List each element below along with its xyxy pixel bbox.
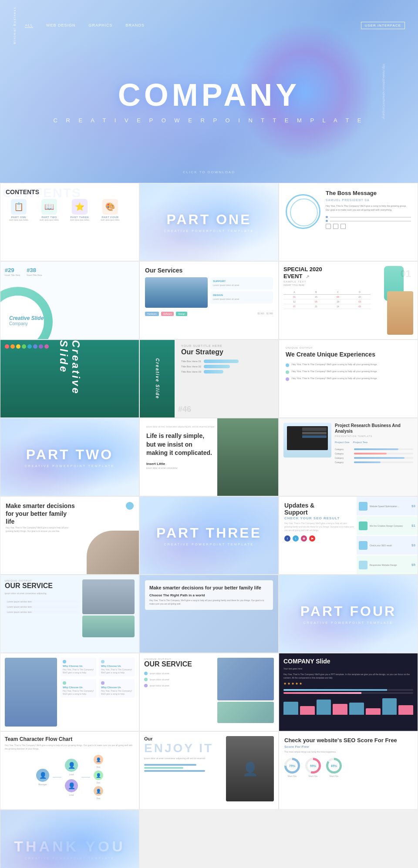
service-label-2: DESIGN [213, 294, 270, 296]
enjoy-main-title: ENJOY IT [144, 741, 222, 755]
slide-project-research: Project Research Business And Analysis P… [279, 418, 418, 496]
why-text-1: Hey Yow, That Is The Company! We'll give… [63, 668, 94, 674]
laptop-bar-1 [302, 427, 327, 431]
slide-part-four: PART FOUR CREATIVE POWERPOINT TEMPLATE [279, 575, 418, 653]
strategy-title: Our Strategy [181, 348, 274, 356]
creative-numbers: #29 Insert Title Here #38 Insert Title H… [5, 266, 42, 276]
team-avatar-4: 👤 [94, 755, 103, 764]
bar-track-3 [354, 457, 413, 459]
seo-progress: 75% Main File 55% Main File 85% [284, 758, 412, 777]
service-num-1: $3 [411, 504, 415, 508]
team-connector-1 [53, 777, 61, 777]
boss-avatar-circle [286, 194, 320, 229]
our-service-bl-image [217, 658, 274, 723]
chart-bar-5 [349, 703, 364, 715]
bar-track-2 [354, 453, 413, 454]
strategy-bar-1 [204, 360, 239, 363]
event-col-1: A [283, 291, 305, 293]
team-node-label-6: Dev [97, 797, 101, 800]
enjoy-left: Our ENJOY IT ipsum dolor sit amet consec… [144, 736, 222, 805]
life-quote: Life is really simple, but we insist on … [146, 432, 215, 458]
star-2: ★ [287, 682, 290, 686]
bar-fill-2 [354, 453, 387, 454]
part3-desc: eum ipsa qua nobis [70, 219, 89, 222]
num2-value: #38 [27, 267, 36, 273]
slide-unique-experiences: UNIQUE OUTPUT We Create Unique Experienc… [279, 340, 418, 418]
part-three-title: PART THREE [156, 525, 262, 541]
strategy-side-bar: Creative Slide [140, 340, 175, 417]
strategy-item-2: Title Box Here 02 [181, 365, 274, 368]
creative-company: Company [9, 321, 44, 326]
our-service-bl-items: ipsum dolor sit amet ipsum dolor sit ame… [144, 672, 214, 687]
strategy-bar-2 [204, 365, 230, 368]
our-service-top-content: UNIQUE OUTPUT OUR SERVICE ipsum dolor si… [5, 579, 79, 648]
project-label-2: Project Two [353, 441, 368, 444]
unique-items: Hey Yow, That Is The Company! We'll give… [286, 363, 411, 381]
bar-label-2: Category [335, 452, 352, 455]
slide-our-services: Our Services SUPPORT Lorem ipsum dolor s… [139, 261, 279, 340]
slide-our-service-bl: UNIQUE OUTPUT OUR SERVICE ipsum dolor si… [139, 653, 279, 731]
nav-item-brands[interactable]: BRANDS [126, 23, 145, 28]
smarter-title: Make smarter decisions for your better f… [6, 502, 76, 526]
boss-dot-1 [326, 216, 328, 218]
team-text: Hey Yow, That Is The Company! We'll give… [5, 744, 135, 750]
unique-text-3: Hey Yow, That Is The Company! We'll give… [292, 377, 378, 380]
service-name-3: Check your SEO result [370, 544, 392, 547]
why-item-4: Why Choose Us Hey Yow, That Is The Compa… [99, 679, 135, 698]
service-price-2: $1.960 [266, 312, 273, 315]
project-bars: Category Category Category [335, 448, 413, 464]
bl-item-dot-2 [144, 678, 148, 681]
life-text-small: ipsum dolor sit met, consectetur adipisc… [146, 425, 215, 428]
seo-value-2: 55% [310, 764, 316, 767]
event-cell-9: 07 [283, 305, 305, 308]
company-slide-text2: Hey Yow, That Is The Company! We'll give… [283, 673, 413, 680]
nav-item-webdesign[interactable]: WEB DESIGN [46, 23, 76, 28]
event-cell-1: 01 [283, 296, 305, 298]
boss-line-2 [326, 220, 411, 222]
nav-item-graphics[interactable]: GRAPHICS [89, 23, 113, 28]
why-dot-1 [63, 660, 66, 663]
our-service-bl-title: OUR SERVICE [144, 660, 214, 668]
service-num-3: $3 [411, 543, 415, 547]
contents-part4: 🎨 PART FOUR eum ipsa qua nobis [97, 199, 123, 222]
laptop-bar-2 [302, 432, 327, 434]
laptop-screen [287, 426, 328, 450]
event-table-header: A B C D [283, 290, 371, 295]
slide-seo-check: Check your website's SEO Score For Free … [279, 731, 418, 810]
smarter-left-content: Make smarter decisions for your better f… [145, 580, 273, 610]
nav-item-all[interactable]: ALL [25, 23, 33, 28]
strategy-label-2: Title Box Here 02 [181, 365, 201, 368]
seo-value-3: 85% [331, 764, 337, 767]
team-node-label-1: Manager [38, 783, 47, 786]
strategy-item-3: Title Box Here 03 [181, 370, 274, 373]
chart-bar-3 [317, 700, 331, 715]
bar-fill-3 [354, 457, 405, 459]
why-dot-3 [63, 681, 66, 685]
hero-navigation: Minimal Business ALL WEB DESIGN GRAPHICS… [0, 7, 418, 44]
seo-subtitle: Score For Free [284, 745, 412, 749]
smarter-text: Hey Yow, That Is The Company! We'll give… [6, 526, 76, 533]
bar-track-1 [354, 448, 413, 450]
service-name-2: We Are Creative Design Company [370, 525, 403, 527]
our-service-bl-item-1: ipsum dolor sit amet [144, 672, 214, 675]
company-bar-1 [283, 689, 413, 691]
team-node-1: 👤 Manager [36, 769, 49, 786]
why-dot-4 [101, 681, 104, 685]
social-icons: f t ◉ ▶ [284, 535, 355, 542]
dot-teal [27, 344, 32, 349]
enjoy-bars [144, 764, 222, 772]
bl-item-text-3: ipsum dolor sit amet [150, 684, 169, 687]
project-bar-4: Category [335, 461, 413, 464]
dot-green [22, 344, 26, 349]
strategy-bg-num: #46 [178, 405, 191, 414]
chart-bar-8 [398, 705, 413, 715]
service-text-1: Lorem ipsum dolor sit amet [213, 284, 270, 287]
seo-circle-inner-3: 85% [328, 760, 340, 771]
team-branch-2: 👤 Dev 👤 Dev 👤 Dev [94, 755, 103, 800]
updates-service-3: Check your SEO result $3 [357, 536, 418, 555]
seo-title: Check your website's SEO Score For Free [284, 737, 412, 744]
slide-smarter-left: Make smarter decisions for your better f… [139, 575, 279, 653]
dot-red [5, 344, 9, 349]
unique-text-1: Hey Yow, That Is The Company! We'll give… [292, 363, 378, 366]
boss-icon-3 [340, 224, 346, 229]
